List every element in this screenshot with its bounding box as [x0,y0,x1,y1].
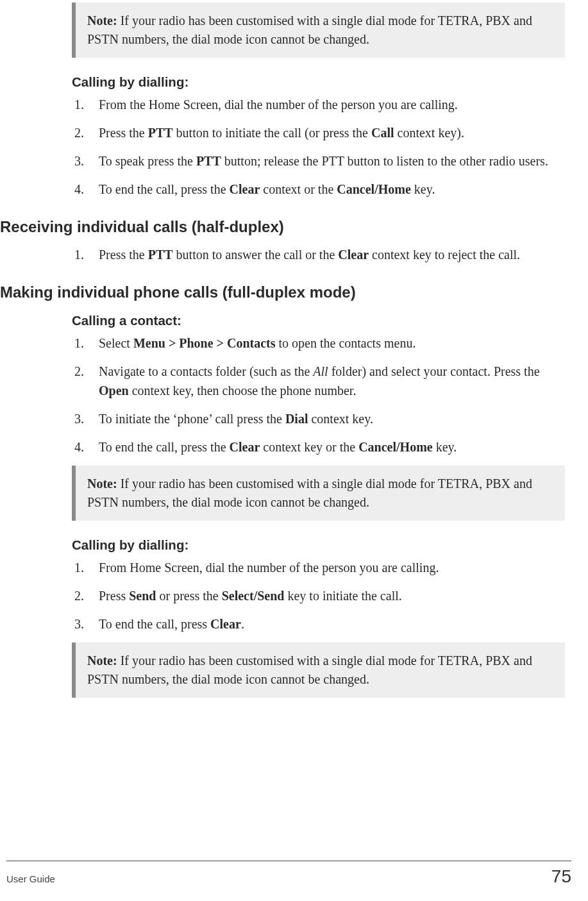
step-text: To end the call, press the Clear context… [99,180,565,199]
page-footer: User Guide 75 [6,861,571,887]
step-number: 3. [74,409,92,428]
note-label: Note: [87,653,117,668]
steps-list: 1.From the Home Screen, dial the number … [72,95,565,199]
list-item: 4.To end the call, press the Clear conte… [72,180,565,199]
step-text: Navigate to a contacts folder (such as t… [99,362,565,400]
step-text: From the Home Screen, dial the number of… [99,95,565,114]
list-item: 3.To speak press the PTT button; release… [72,151,565,171]
list-item: 2.Navigate to a contacts folder (such as… [72,362,565,400]
step-number: 2. [74,123,92,142]
note-box: Note: If your radio has been customised … [72,643,565,698]
note-text: If your radio has been customised with a… [87,653,532,686]
list-item: 1.Press the PTT button to answer the cal… [72,245,565,264]
step-number: 3. [74,614,92,634]
step-text: To initiate the ‘phone’ call press the D… [99,409,565,428]
note-text: If your radio has been customised with a… [87,476,532,509]
step-number: 4. [74,180,92,199]
footer-doc-title: User Guide [6,873,55,884]
list-item: 3. To initiate the ‘phone’ call press th… [72,409,565,428]
step-number: 3. [74,151,92,171]
note-text: If your radio has been customised with a… [87,13,532,46]
list-item: 3. To end the call, press Clear. [72,614,565,634]
steps-list: 1.From Home Screen, dial the number of t… [72,558,565,634]
step-number: 2. [74,362,92,400]
footer-page-number: 75 [551,866,571,887]
step-text: Press the PTT button to answer the call … [99,245,565,264]
steps-list: 1.Press the PTT button to answer the cal… [72,245,565,264]
list-item: 2.Press Send or press the Select/Send ke… [72,586,565,605]
list-item: 1.From Home Screen, dial the number of t… [72,558,565,577]
step-text: From Home Screen, dial the number of the… [99,558,565,577]
step-text: Press Send or press the Select/Send key … [99,586,565,605]
step-number: 1. [74,245,92,264]
step-number: 4. [74,437,92,457]
note-box: Note: If your radio has been customised … [72,3,565,58]
list-item: 1.Select Menu > Phone > Contacts to open… [72,333,565,353]
list-item: 1.From the Home Screen, dial the number … [72,95,565,114]
step-text: To end the call, press Clear. [99,614,565,634]
note-box: Note: If your radio has been customised … [72,466,565,521]
heading-making-phone-calls: Making individual phone calls (full-dupl… [0,283,565,301]
note-label: Note: [87,476,117,491]
subheading-calling-a-contact: Calling a contact: [72,313,565,328]
step-text: Press the PTT button to initiate the cal… [99,123,565,142]
step-text: Select Menu > Phone > Contacts to open t… [99,333,565,353]
list-item: 2.Press the PTT button to initiate the c… [72,123,565,142]
subheading-calling-by-dialling-1: Calling by dialling: [72,74,565,90]
step-number: 1. [74,558,92,577]
note-label: Note: [87,13,117,28]
step-number: 1. [74,333,92,353]
step-number: 2. [74,586,92,605]
subheading-calling-by-dialling-2: Calling by dialling: [72,537,565,553]
steps-list: 1.Select Menu > Phone > Contacts to open… [72,333,565,457]
step-text: To speak press the PTT button; release t… [99,151,565,171]
heading-receiving-calls: Receiving individual calls (half-duplex) [0,218,565,236]
step-number: 1. [74,95,92,114]
step-text: To end the call, press the Clear context… [99,437,565,457]
list-item: 4.To end the call, press the Clear conte… [72,437,565,457]
